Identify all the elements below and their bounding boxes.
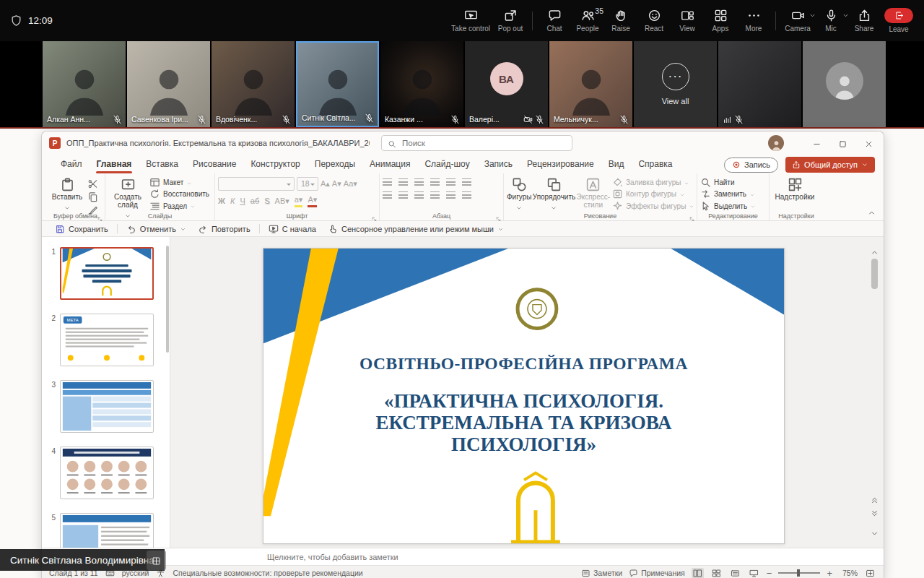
- dialog-launcher-icon[interactable]: [689, 212, 695, 219]
- strikethrough-button[interactable]: аб: [250, 196, 259, 207]
- participant-tile-6[interactable]: ВАВалері...: [465, 41, 548, 127]
- ribbon-tab-6[interactable]: Переходы: [308, 155, 362, 173]
- layout-button[interactable]: Макет: [149, 177, 209, 188]
- italic-button[interactable]: К: [230, 196, 235, 207]
- toolbar-chat-button[interactable]: Chat: [538, 0, 571, 41]
- record-button[interactable]: Запись: [724, 158, 778, 173]
- toolbar-pop-out-button[interactable]: Pop out: [494, 0, 527, 41]
- slide-thumbnail-5[interactable]: [60, 513, 154, 548]
- scrollbar-thumb[interactable]: [871, 259, 878, 289]
- bold-button[interactable]: Ж: [218, 196, 225, 207]
- ribbon-tab-1[interactable]: Файл: [53, 155, 90, 173]
- participant-tile-1[interactable]: Алкан Анн...: [43, 41, 126, 127]
- shrink-font-button[interactable]: А▾: [332, 178, 341, 189]
- decrease-indent-icon[interactable]: [414, 178, 424, 186]
- toolbar-mic-button[interactable]: Mic: [814, 0, 847, 41]
- select-button[interactable]: Выделить: [700, 201, 756, 212]
- previous-slide-icon[interactable]: [870, 495, 879, 504]
- shape-fill-button[interactable]: Заливка фигуры: [612, 177, 694, 188]
- search-input[interactable]: [401, 138, 566, 148]
- next-slide-icon[interactable]: [870, 508, 879, 517]
- dialog-launcher-icon[interactable]: [495, 212, 502, 219]
- slide-thumbnail-2[interactable]: МЕТА: [60, 314, 154, 366]
- participant-tile-10[interactable]: [803, 41, 886, 127]
- ribbon-tab-10[interactable]: Рецензирование: [520, 155, 601, 173]
- minimize-button[interactable]: [804, 131, 829, 155]
- participant-tile-4[interactable]: Ситнік Світла...: [296, 41, 379, 127]
- toolbar-more-button[interactable]: More: [737, 0, 770, 41]
- comments-toggle[interactable]: Примечания: [629, 569, 685, 578]
- notes-pane[interactable]: Щелкните, чтобы добавить заметки: [42, 548, 884, 565]
- arrange-button[interactable]: Упорядочить: [533, 176, 574, 212]
- align-right-icon[interactable]: [414, 191, 424, 199]
- find-button[interactable]: Найти: [700, 177, 756, 188]
- align-text-icon[interactable]: [462, 191, 471, 199]
- search-box[interactable]: [381, 135, 572, 151]
- dialog-launcher-icon[interactable]: [371, 212, 378, 219]
- toolbar-take-control-button[interactable]: Take control: [448, 0, 494, 41]
- quick-styles-button[interactable]: Экспресс-стили: [576, 176, 610, 212]
- toolbar-react-button[interactable]: React: [637, 0, 671, 41]
- toolbar-view-button[interactable]: View: [671, 0, 704, 41]
- increase-indent-icon[interactable]: [430, 178, 440, 186]
- scroll-up-icon[interactable]: [870, 247, 879, 256]
- font-name-select[interactable]: [218, 177, 295, 191]
- collapse-ribbon-icon[interactable]: [867, 207, 876, 217]
- participant-tile-8[interactable]: ···View all: [634, 41, 717, 127]
- numbering-icon[interactable]: [398, 178, 408, 186]
- text-direction-icon[interactable]: [462, 178, 471, 186]
- ribbon-tab-7[interactable]: Анимация: [362, 155, 417, 173]
- ribbon-tab-2[interactable]: Главная: [90, 155, 139, 173]
- grow-font-button[interactable]: А▴: [321, 178, 330, 189]
- ribbon-tab-5[interactable]: Конструктор: [243, 155, 307, 173]
- participant-tile-9[interactable]: [718, 41, 801, 127]
- ribbon-tab-9[interactable]: Запись: [477, 155, 520, 173]
- slideshow-button[interactable]: [748, 568, 760, 578]
- zoom-level[interactable]: 75%: [839, 569, 858, 577]
- reset-button[interactable]: Восстановить: [149, 189, 209, 199]
- ribbon-tab-4[interactable]: Рисование: [186, 155, 243, 173]
- maximize-button[interactable]: [830, 131, 855, 155]
- share-access-button[interactable]: Общий доступ: [785, 157, 875, 173]
- normal-view-button[interactable]: [692, 568, 704, 578]
- columns-icon[interactable]: [446, 191, 456, 199]
- shapes-button[interactable]: Фигуры: [507, 176, 531, 212]
- save-button[interactable]: Сохранить: [51, 221, 113, 237]
- participant-tile-5[interactable]: Казанжи ...: [380, 41, 463, 127]
- slide-sorter-view-button[interactable]: [710, 568, 723, 578]
- slide-subtitle[interactable]: «ПРАКТИЧНА ПСИХОЛОГІЯ. ЕКСТРЕМАЛЬНА ТА К…: [263, 390, 784, 455]
- close-button[interactable]: [856, 131, 881, 155]
- character-spacing-button[interactable]: АВ▾: [275, 196, 289, 207]
- ribbon-tab-12[interactable]: Справка: [631, 155, 679, 173]
- change-case-button[interactable]: Аа▾: [344, 178, 357, 189]
- slide-thumbnail-4[interactable]: [60, 447, 154, 499]
- toolbar-share-button[interactable]: Share: [847, 0, 881, 41]
- toolbar-people-button[interactable]: 35People: [571, 0, 604, 41]
- participant-tile-2[interactable]: Савенкова Іри...: [127, 41, 210, 127]
- fit-to-window-button[interactable]: [864, 568, 876, 578]
- notes-toggle[interactable]: Заметки: [581, 569, 622, 578]
- zoom-in-button[interactable]: +: [827, 569, 832, 578]
- participant-tile-7[interactable]: Мельничук...: [549, 41, 632, 127]
- section-button[interactable]: Раздел: [149, 201, 209, 212]
- slide-thumbnail-3[interactable]: [60, 380, 154, 433]
- shape-outline-button[interactable]: Контур фигуры: [612, 189, 694, 199]
- current-slide[interactable]: ОСВІТНЬО-ПРОФЕСІЙНА ПРОГРАМА «ПРАКТИЧНА …: [263, 248, 785, 544]
- ribbon-tab-11[interactable]: Вид: [601, 155, 632, 173]
- font-color-button[interactable]: А▾: [308, 194, 317, 207]
- paste-button[interactable]: Вставить: [49, 176, 85, 212]
- underline-button[interactable]: Ч: [240, 196, 245, 207]
- copy-icon[interactable]: [87, 191, 98, 202]
- ribbon-tab-3[interactable]: Вставка: [139, 155, 186, 173]
- toolbar-camera-button[interactable]: Camera: [781, 0, 814, 41]
- reading-view-button[interactable]: [729, 568, 741, 578]
- undo-button[interactable]: Отменить: [122, 221, 191, 237]
- align-center-icon[interactable]: [398, 191, 408, 199]
- dialog-launcher-icon[interactable]: [97, 212, 103, 219]
- from-start-button[interactable]: С начала: [264, 221, 321, 237]
- zoom-slider-thumb[interactable]: [797, 569, 800, 577]
- justify-icon[interactable]: [430, 191, 440, 199]
- replace-button[interactable]: Заменить: [700, 189, 756, 199]
- account-avatar[interactable]: [768, 135, 784, 151]
- slide-title[interactable]: ОСВІТНЬО-ПРОФЕСІЙНА ПРОГРАМА: [263, 354, 784, 374]
